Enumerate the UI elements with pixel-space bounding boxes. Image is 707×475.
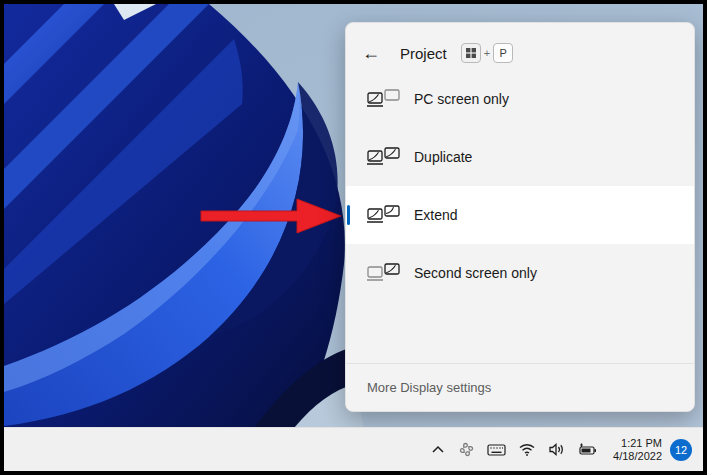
option-label: PC screen only: [414, 91, 509, 107]
panel-title: Project: [400, 45, 447, 62]
taskbar-clock[interactable]: 1:21 PM 4/18/2022: [603, 437, 670, 463]
touch-keyboard-icon[interactable]: [481, 428, 512, 471]
extend-icon: [367, 204, 401, 226]
duplicate-icon: [367, 146, 401, 168]
volume-icon[interactable]: [542, 428, 571, 471]
clock-date: 4/18/2022: [613, 450, 662, 463]
taskbar: 1:21 PM 4/18/2022 12: [4, 427, 703, 471]
screenshot-frame: ← Project + P: [0, 0, 707, 475]
second-screen-only-icon: [367, 262, 401, 284]
project-options-list: PC screen only Duplicate: [346, 70, 694, 302]
more-display-settings-link[interactable]: More Display settings: [367, 380, 491, 395]
windows-key-icon: [461, 43, 481, 63]
pc-screen-only-icon: [367, 88, 401, 110]
keyboard-shortcut-hint: + P: [461, 43, 513, 63]
chevron-up-icon[interactable]: [424, 428, 452, 471]
project-flyout-panel: ← Project + P: [345, 22, 695, 412]
clock-time: 1:21 PM: [613, 437, 662, 450]
wifi-icon[interactable]: [512, 428, 542, 471]
p-key: P: [493, 43, 513, 63]
system-tray: 1:21 PM 4/18/2022 12: [424, 428, 703, 471]
option-extend[interactable]: Extend: [346, 186, 694, 244]
option-second-screen-only[interactable]: Second screen only: [346, 244, 694, 302]
shortcut-plus: +: [484, 47, 490, 59]
panel-header: ← Project + P: [346, 31, 694, 75]
option-pc-screen-only[interactable]: PC screen only: [346, 70, 694, 128]
option-label: Second screen only: [414, 265, 537, 281]
notification-badge[interactable]: 12: [670, 439, 692, 461]
option-label: Duplicate: [414, 149, 472, 165]
option-duplicate[interactable]: Duplicate: [346, 128, 694, 186]
battery-charging-icon[interactable]: [571, 428, 603, 471]
desktop: ← Project + P: [4, 4, 703, 471]
slack-flower-icon[interactable]: [452, 428, 481, 471]
panel-footer: More Display settings: [346, 363, 694, 411]
red-arrow-annotation: [199, 196, 344, 236]
selection-accent-bar: [347, 205, 350, 225]
option-label: Extend: [414, 207, 458, 223]
back-button[interactable]: ←: [362, 43, 390, 64]
